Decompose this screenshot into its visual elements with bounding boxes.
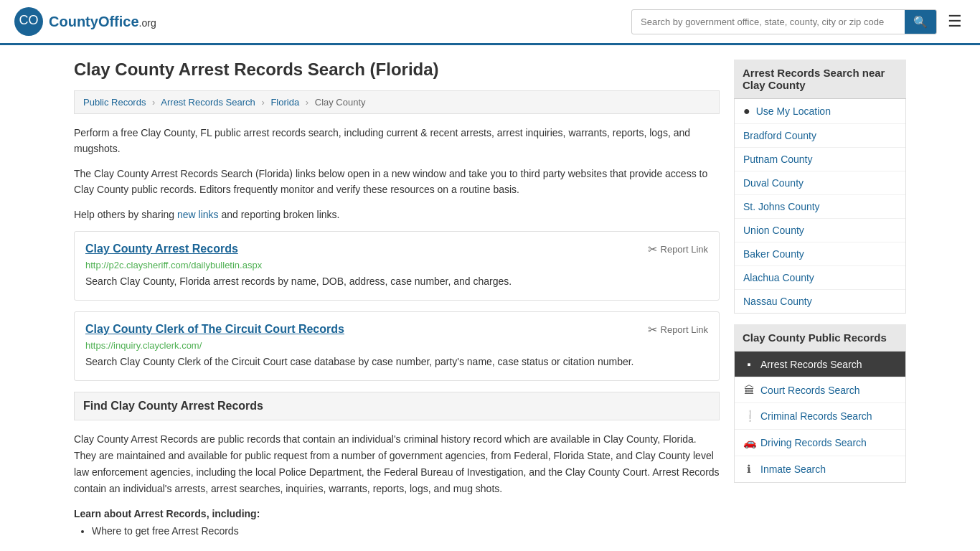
header-right: 🔍 ☰ [631,9,966,34]
search-icon: 🔍 [913,16,928,28]
public-records-box: Clay County Public Records ▪ Arrest Reco… [734,324,906,483]
nearby-county-link[interactable]: Baker County [735,242,905,266]
record-title-1[interactable]: Clay County Clerk of The Circuit Court R… [85,323,344,336]
nearby-county-link[interactable]: Nassau County [735,290,905,313]
sidebar-records-item[interactable]: 🏛 Court Records Search [735,377,905,403]
sidebar-records-item[interactable]: ▪ Arrest Records Search [735,352,905,377]
nearby-county-link[interactable]: St. Johns County [735,195,905,219]
report-link-label: Report Link [661,244,708,255]
breadcrumb-arrest-records[interactable]: Arrest Records Search [161,97,255,108]
logo-icon: CO [14,7,43,36]
menu-icon[interactable]: ☰ [944,9,966,34]
svg-text:CO: CO [19,13,39,27]
search-bar: 🔍 [631,9,937,34]
long-description: Clay County Arrest Records are public re… [74,431,720,497]
report-link-btn-1[interactable]: ✂ Report Link [648,323,708,336]
nearby-counties: Bradford CountyPutnam CountyDuval County… [735,124,905,313]
report-icon: ✂ [648,323,657,336]
record-url-0[interactable]: http://p2c.claysheriff.com/dailybulletin… [85,260,708,270]
intro-paragraph-3: Help others by sharing new links and rep… [74,207,720,222]
record-card: Clay County Clerk of The Circuit Court R… [74,311,720,381]
use-my-location-label: Use My Location [756,105,831,117]
report-link-label: Report Link [661,324,708,335]
intro3-suffix: and reporting broken links. [219,209,340,220]
nearby-title: Arrest Records Search near Clay County [734,60,906,99]
sidebar-item-label: Court Records Search [760,385,860,396]
record-url-1[interactable]: https://inquiry.clayclerk.com/ [85,340,708,351]
sidebar-item-label: Criminal Records Search [760,410,872,422]
sidebar-records-item[interactable]: 🚗 Driving Records Search [735,430,905,456]
record-title-0[interactable]: Clay County Arrest Records [85,242,238,255]
sidebar-item-icon: ℹ [743,463,755,476]
sidebar-item-icon: ❕ [743,410,755,423]
section-heading: Find Clay County Arrest Records [74,392,720,420]
page-title: Clay County Arrest Records Search (Flori… [74,60,720,80]
sidebar-item-label: Driving Records Search [760,437,867,448]
search-input[interactable] [632,11,905,32]
public-records-content: ▪ Arrest Records Search 🏛 Court Records … [734,352,906,483]
nearby-county-link[interactable]: Union County [735,219,905,242]
learn-heading: Learn about Arrest Records, including: [74,508,720,519]
use-my-location-link[interactable]: ● Use My Location [735,99,905,124]
main-content: Clay County Arrest Records Search (Flori… [74,60,720,540]
sidebar-item-label: Arrest Records Search [760,359,862,370]
sidebar: Arrest Records Search near Clay County ●… [734,60,906,540]
nearby-box: Arrest Records Search near Clay County ●… [734,60,906,314]
sidebar-records-item[interactable]: ℹ Inmate Search [735,456,905,482]
sidebar-item-icon: ▪ [743,358,755,370]
record-desc-0: Search Clay County, Florida arrest recor… [85,274,708,289]
record-card-header: Clay County Clerk of The Circuit Court R… [85,323,708,336]
breadcrumb: Public Records › Arrest Records Search ›… [74,90,720,114]
search-button[interactable]: 🔍 [905,10,936,34]
logo-area: CO CountyOffice.org [14,7,156,36]
sidebar-records-item[interactable]: ❕ Criminal Records Search [735,403,905,430]
intro-paragraph-2: The Clay County Arrest Records Search (F… [74,166,720,198]
record-cards: Clay County Arrest Records ✂ Report Link… [74,231,720,381]
nearby-county-link[interactable]: Bradford County [735,124,905,148]
public-records-title: Clay County Public Records [734,324,906,352]
nearby-county-link[interactable]: Duval County [735,171,905,195]
bullets-list: Where to get free Arrest Records [74,525,720,537]
new-links-link[interactable]: new links [177,209,219,220]
breadcrumb-florida[interactable]: Florida [270,97,299,108]
breadcrumb-public-records[interactable]: Public Records [83,97,146,108]
nearby-county-link[interactable]: Alachua County [735,266,905,290]
record-card-header: Clay County Arrest Records ✂ Report Link [85,242,708,256]
record-desc-1: Search Clay County Clerk of the Circuit … [85,354,708,369]
report-icon: ✂ [648,242,657,256]
sidebar-item-icon: 🏛 [743,384,755,396]
location-icon: ● [743,105,750,118]
intro3-prefix: Help others by sharing [74,209,177,220]
record-card: Clay County Arrest Records ✂ Report Link… [74,231,720,301]
logo-text: CountyOffice.org [49,14,156,30]
header: CO CountyOffice.org 🔍 ☰ [0,0,980,45]
bullet-item: Where to get free Arrest Records [92,525,720,537]
nearby-content: ● Use My Location Bradford CountyPutnam … [734,99,906,314]
breadcrumb-clay-county: Clay County [315,97,366,108]
intro-paragraph-1: Perform a free Clay County, FL public ar… [74,125,720,157]
nearby-county-link[interactable]: Putnam County [735,148,905,171]
page-container: Clay County Arrest Records Search (Flori… [60,45,920,551]
report-link-btn-0[interactable]: ✂ Report Link [648,242,708,256]
sidebar-item-label: Inmate Search [760,463,826,475]
sidebar-item-icon: 🚗 [743,436,755,449]
